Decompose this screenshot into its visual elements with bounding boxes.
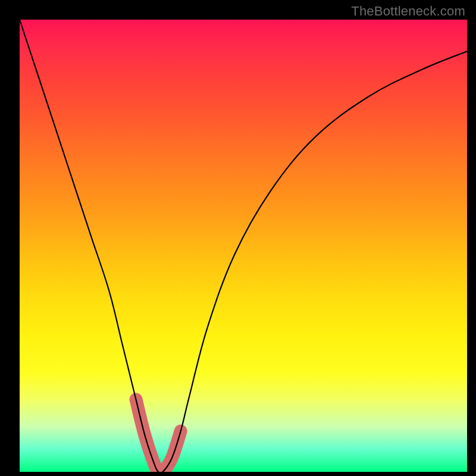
watermark-label: TheBottleneck.com bbox=[351, 4, 465, 19]
plot-area bbox=[20, 20, 467, 472]
bottleneck-highlight-path bbox=[136, 399, 181, 472]
bottleneck-curve-path bbox=[20, 20, 467, 472]
bottleneck-chart bbox=[20, 20, 467, 472]
